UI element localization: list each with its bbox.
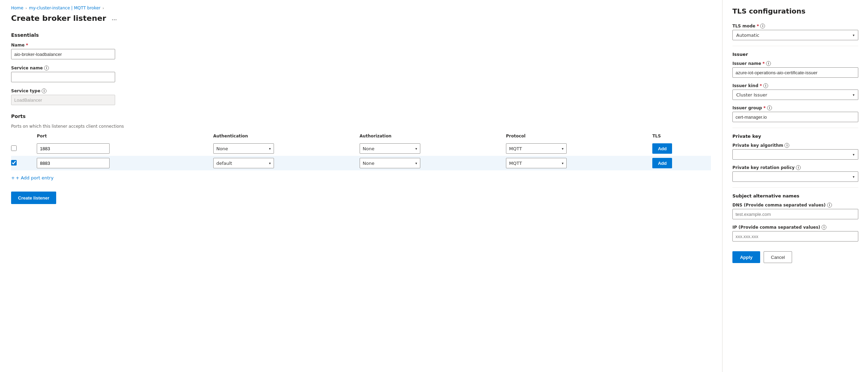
breadcrumb-sep-1: › (25, 6, 27, 10)
service-type-field-group: Service type i (11, 88, 711, 105)
row1-authz-cell: None ▾ (357, 141, 503, 156)
ip-label: IP (Provide comma separated values) i (732, 225, 858, 230)
pk-rotation-dropdown[interactable]: ▾ (732, 171, 858, 182)
col-auth-header: Authentication (210, 134, 357, 141)
pk-rotation-arrow-icon: ▾ (853, 175, 854, 179)
row1-add-button[interactable]: Add (652, 143, 672, 154)
row2-tls-cell: Add (650, 156, 711, 170)
row2-proto-value: MQTT (509, 161, 522, 166)
pk-algorithm-info-icon: i (784, 143, 789, 148)
row2-checkbox-cell (11, 156, 34, 170)
ip-info-icon: i (822, 225, 826, 230)
service-type-input (11, 95, 115, 105)
issuer-group-input[interactable] (732, 112, 858, 122)
pk-algorithm-field-group: Private key algorithm i ▾ (732, 143, 858, 160)
issuer-name-required: * (763, 61, 765, 66)
row2-authz-value: None (363, 161, 375, 166)
pk-rotation-label: Private key rotation policy i (732, 165, 858, 170)
dns-label: DNS (Provide comma separated values) i (732, 203, 858, 208)
page-title: Create broker listener (11, 14, 106, 23)
ip-input[interactable] (732, 231, 858, 242)
create-listener-button[interactable]: Create listener (11, 192, 56, 204)
col-authz-header: Authorization (357, 134, 503, 141)
row2-add-button[interactable]: Add (652, 158, 672, 168)
add-port-plus-icon: + (11, 175, 15, 180)
pk-algorithm-dropdown[interactable]: ▾ (732, 149, 858, 160)
ports-title: Ports (11, 113, 711, 119)
cancel-button[interactable]: Cancel (764, 251, 792, 263)
pk-algorithm-arrow-icon: ▾ (853, 153, 854, 157)
ports-table-header: Port Authentication Authorization Protoc… (11, 134, 711, 141)
ports-section: Ports Ports on which this listener accep… (11, 113, 711, 180)
row2-auth-dropdown[interactable]: default ▾ (213, 158, 274, 168)
issuer-name-info-icon: i (766, 61, 771, 66)
pk-rotation-info-icon: i (796, 165, 801, 170)
tls-mode-required: * (757, 24, 759, 28)
service-name-input[interactable] (11, 72, 115, 82)
tls-mode-dropdown[interactable]: Automatic ▾ (732, 30, 858, 40)
row1-auth-dropdown[interactable]: None ▾ (213, 143, 274, 154)
pk-rotation-field-group: Private key rotation policy i ▾ (732, 165, 858, 182)
issuer-name-input[interactable] (732, 67, 858, 78)
row1-authz-arrow-icon: ▾ (415, 147, 417, 151)
row2-auth-cell: default ▾ (210, 156, 357, 170)
breadcrumb: Home › my-cluster-instance | MQTT broker… (11, 6, 711, 10)
service-type-label: Service type i (11, 88, 711, 93)
row1-proto-dropdown[interactable]: MQTT ▾ (506, 143, 567, 154)
tls-mode-label: TLS mode * i (732, 24, 858, 28)
pk-algorithm-label: Private key algorithm i (732, 143, 858, 148)
tls-mode-field-group: TLS mode * i Automatic ▾ (732, 24, 858, 40)
right-panel: TLS configurations TLS mode * i Automati… (722, 0, 868, 372)
essentials-section: Essentials Name * Service name i Service… (11, 32, 711, 105)
dns-input[interactable] (732, 209, 858, 219)
row2-checkbox[interactable] (11, 160, 17, 166)
issuer-kind-field-group: Issuer kind * i Cluster Issuer ▾ (732, 83, 858, 100)
add-port-link[interactable]: + + Add port entry (11, 175, 53, 180)
row2-proto-cell: MQTT ▾ (503, 156, 650, 170)
row1-auth-value: None (216, 146, 228, 151)
breadcrumb-cluster[interactable]: my-cluster-instance | MQTT broker (29, 6, 100, 10)
row2-proto-arrow-icon: ▾ (562, 161, 564, 165)
dns-info-icon: i (827, 203, 832, 208)
apply-button[interactable]: Apply (732, 251, 760, 263)
row1-checkbox[interactable] (11, 145, 17, 151)
row2-authz-cell: None ▾ (357, 156, 503, 170)
tls-mode-info-icon: i (760, 24, 765, 28)
row2-auth-arrow-icon: ▾ (269, 161, 271, 165)
tls-mode-arrow-icon: ▾ (853, 33, 854, 37)
dns-field-group: DNS (Provide comma separated values) i (732, 203, 858, 219)
col-proto-header: Protocol (503, 134, 650, 141)
san-section-title: Subject alternative names (732, 193, 858, 198)
divider-1 (732, 46, 858, 46)
ellipsis-button[interactable]: ... (110, 14, 119, 23)
row1-proto-value: MQTT (509, 146, 522, 151)
service-name-info-icon: i (44, 66, 49, 70)
private-key-section-title: Private key (732, 134, 858, 139)
name-input[interactable] (11, 49, 115, 59)
row2-proto-dropdown[interactable]: MQTT ▾ (506, 158, 567, 168)
row2-authz-arrow-icon: ▾ (415, 161, 417, 165)
row1-port-cell (34, 141, 210, 156)
divider-3 (732, 187, 858, 188)
breadcrumb-home[interactable]: Home (11, 6, 23, 10)
divider-2 (732, 128, 858, 128)
row2-port-input[interactable] (37, 158, 110, 168)
row1-checkbox-cell (11, 141, 34, 156)
issuer-kind-info-icon: i (763, 83, 768, 88)
issuer-name-label: Issuer name * i (732, 61, 858, 66)
col-tls-header: TLS (650, 134, 711, 141)
issuer-group-label: Issuer group * i (732, 105, 858, 110)
name-required: * (26, 43, 28, 48)
name-label: Name * (11, 43, 711, 48)
service-name-label: Service name i (11, 66, 711, 70)
issuer-kind-required: * (760, 83, 762, 88)
col-port-header: Port (34, 134, 210, 141)
row2-authz-dropdown[interactable]: None ▾ (360, 158, 420, 168)
row1-tls-cell: Add (650, 141, 711, 156)
row1-port-input[interactable] (37, 143, 110, 154)
issuer-kind-dropdown[interactable]: Cluster Issuer ▾ (732, 90, 858, 100)
row1-authz-dropdown[interactable]: None ▾ (360, 143, 420, 154)
breadcrumb-sep-2: › (103, 6, 104, 10)
row1-proto-cell: MQTT ▾ (503, 141, 650, 156)
page-title-row: Create broker listener ... (11, 14, 711, 23)
